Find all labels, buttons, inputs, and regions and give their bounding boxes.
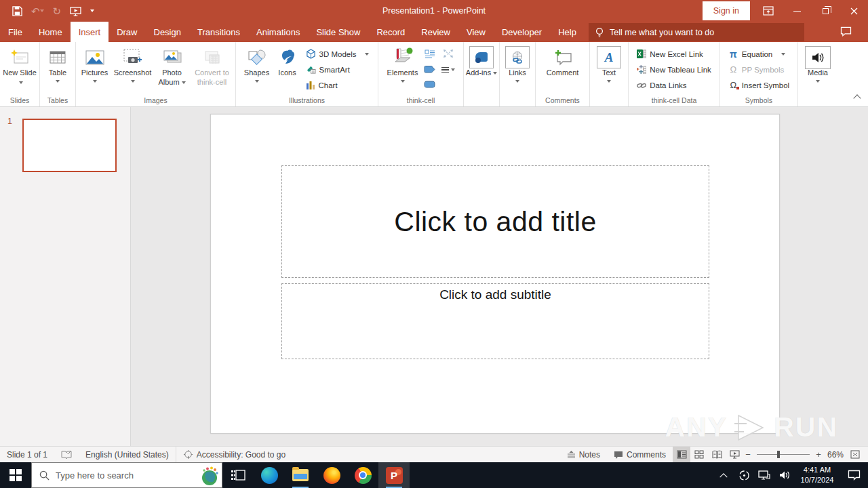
zoom-slider[interactable]: [757, 454, 810, 455]
start-slideshow-icon[interactable]: [70, 6, 81, 16]
group-addins: Add-ins: [464, 42, 500, 106]
close-icon: [850, 7, 858, 15]
3d-models-button[interactable]: 3D Models: [302, 46, 374, 62]
data-links-button[interactable]: Data Links: [633, 77, 715, 93]
equation-button[interactable]: π Equation: [724, 46, 793, 62]
media-button[interactable]: Media: [800, 43, 835, 83]
new-tableau-link-button[interactable]: New Tableau Link: [633, 62, 715, 77]
view-normal-icon: [677, 450, 687, 459]
taskbar-clock[interactable]: 4:41 AM 10/7/2024: [795, 462, 840, 488]
tab-home[interactable]: Home: [31, 22, 71, 42]
tray-expand-button[interactable]: [713, 462, 734, 488]
tab-file[interactable]: File: [0, 22, 31, 42]
comment-button[interactable]: Comment: [539, 43, 587, 78]
collapse-ribbon-icon[interactable]: [853, 94, 861, 102]
insert-symbol-button[interactable]: Ω Insert Symbol: [724, 77, 793, 93]
photo-album-button[interactable]: Photo Album: [154, 43, 191, 87]
table-icon: [50, 46, 66, 68]
tab-design[interactable]: Design: [146, 22, 189, 42]
redo-icon: ↻: [53, 6, 62, 16]
spell-check-button[interactable]: [54, 447, 79, 462]
zoom-level[interactable]: 66%: [823, 450, 846, 460]
slide-canvas[interactable]: Click to add title Click to add subtitle: [210, 114, 780, 434]
view-slideshow-icon: [730, 450, 740, 459]
tell-me-search[interactable]: Tell me what you want to do: [589, 23, 804, 41]
sync-icon: [738, 470, 750, 481]
subtitle-placeholder[interactable]: Click to add subtitle: [281, 283, 709, 359]
pp-symbols-icon: Ω: [728, 64, 738, 75]
comments-button[interactable]: Comments: [607, 447, 673, 462]
icons-button[interactable]: Icons: [273, 43, 302, 78]
thinkcell-elements-button[interactable]: Elements: [384, 43, 422, 83]
zoom-out-button[interactable]: −: [743, 449, 753, 460]
chart-button[interactable]: Chart: [302, 77, 374, 93]
taskbar-chrome[interactable]: [347, 462, 378, 488]
comment-icon: [552, 46, 574, 68]
action-center-button[interactable]: [840, 462, 868, 488]
minimize-button[interactable]: [783, 0, 811, 22]
fit-slide-icon: [850, 450, 860, 459]
view-normal-button[interactable]: [673, 447, 690, 462]
group-label-images: Images: [76, 96, 235, 106]
view-slide-sorter-button[interactable]: [690, 447, 708, 462]
thinkcell-menu-button[interactable]: [441, 67, 455, 73]
chart-icon: [306, 81, 315, 90]
tab-slide-show[interactable]: Slide Show: [308, 22, 368, 42]
shapes-button[interactable]: Shapes: [241, 43, 273, 83]
taskbar-powerpoint[interactable]: P: [378, 462, 410, 488]
tab-developer[interactable]: Developer: [494, 22, 550, 42]
fit-slide-button[interactable]: [846, 447, 864, 462]
thinkcell-text-button[interactable]: [425, 49, 435, 61]
feedback-icon[interactable]: [840, 26, 852, 39]
thinkcell-roundrect-button[interactable]: [424, 79, 435, 91]
new-slide-button[interactable]: New Slide: [2, 43, 37, 87]
customize-qat-icon[interactable]: [90, 9, 94, 12]
save-icon[interactable]: [12, 6, 22, 16]
search-highlight-globe-icon[interactable]: [199, 466, 219, 488]
pictures-button[interactable]: Pictures: [78, 43, 112, 83]
ribbon-display-options-icon[interactable]: [754, 0, 783, 22]
group-slides: New Slide Slides: [0, 42, 40, 106]
links-button[interactable]: Links: [501, 43, 534, 83]
new-excel-link-button[interactable]: New Excel Link: [633, 46, 715, 62]
taskbar-file-explorer[interactable]: [285, 462, 316, 488]
tray-sync-button[interactable]: [734, 462, 754, 488]
tab-insert[interactable]: Insert: [71, 22, 109, 42]
view-reading-button[interactable]: [708, 447, 726, 462]
tray-network-button[interactable]: [754, 462, 774, 488]
sign-in-button[interactable]: Sign in: [703, 1, 750, 20]
tray-volume-button[interactable]: [774, 462, 795, 488]
start-button[interactable]: [0, 462, 31, 488]
zoom-slider-thumb[interactable]: [777, 451, 780, 458]
close-button[interactable]: [840, 0, 868, 22]
restore-button[interactable]: [811, 0, 840, 22]
tab-view[interactable]: View: [458, 22, 494, 42]
screenshot-button[interactable]: Screenshot: [112, 43, 154, 83]
taskbar-firefox[interactable]: [316, 462, 347, 488]
tab-help[interactable]: Help: [550, 22, 585, 42]
tab-draw[interactable]: Draw: [108, 22, 145, 42]
view-slideshow-button[interactable]: [726, 447, 743, 462]
tab-animations[interactable]: Animations: [248, 22, 308, 42]
thinkcell-select-button[interactable]: [443, 49, 454, 61]
accessibility-button[interactable]: Accessibility: Good to go: [176, 447, 292, 462]
clock-date: 10/7/2024: [801, 475, 834, 485]
tab-record[interactable]: Record: [368, 22, 413, 42]
table-button[interactable]: Table: [42, 43, 73, 83]
tab-review[interactable]: Review: [413, 22, 458, 42]
text-button[interactable]: A Text: [592, 43, 626, 83]
taskbar-edge[interactable]: [254, 462, 285, 488]
slide-thumbnail[interactable]: [22, 119, 117, 172]
action-center-icon: [848, 470, 861, 481]
language-button[interactable]: English (United States): [79, 447, 176, 462]
taskbar-search[interactable]: Type here to search: [31, 462, 222, 488]
smartart-button[interactable]: SmartArt: [302, 62, 374, 77]
notes-button[interactable]: Notes: [560, 447, 607, 462]
thinkcell-tag-button[interactable]: [424, 64, 435, 76]
addins-button[interactable]: Add-ins: [465, 43, 498, 78]
zoom-in-button[interactable]: +: [814, 449, 823, 460]
minimize-icon: [793, 11, 801, 12]
task-view-button[interactable]: [222, 462, 254, 488]
tab-transitions[interactable]: Transitions: [189, 22, 248, 42]
title-placeholder[interactable]: Click to add title: [281, 165, 709, 278]
